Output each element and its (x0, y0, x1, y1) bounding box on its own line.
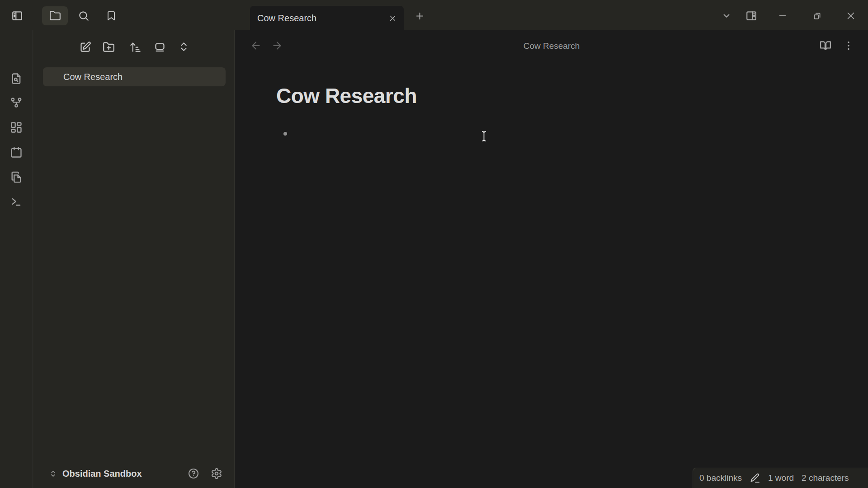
tab-close-button[interactable] (386, 11, 399, 25)
tab-list-dropdown-button[interactable] (717, 6, 736, 25)
editor-pane: Cow Research Cow Research (235, 30, 868, 488)
view-header-title: Cow Research (235, 41, 868, 51)
folder-icon (49, 10, 61, 22)
file-item-label: Cow Research (63, 72, 123, 82)
character-count: 2 characters (802, 473, 849, 483)
bookmark-icon (106, 10, 117, 21)
new-folder-button[interactable] (103, 41, 115, 54)
restore-icon (812, 11, 822, 21)
sort-order-button[interactable] (129, 41, 142, 54)
tab-cow-research[interactable]: Cow Research (250, 6, 404, 30)
file-item-cow-research[interactable]: Cow Research (43, 67, 226, 86)
daily-note-button[interactable] (10, 146, 23, 159)
help-circle-icon (188, 468, 199, 479)
graph-view-button[interactable] (10, 96, 23, 109)
command-palette-icon (10, 196, 23, 208)
card-view-icon (154, 41, 166, 53)
word-count: 1 word (768, 473, 794, 483)
file-explorer-panel: Cow Research Obsidian Sandbox (33, 30, 235, 488)
ribbon (0, 30, 33, 488)
new-note-icon (79, 41, 92, 53)
pencil-icon[interactable] (750, 473, 760, 483)
note-editor-surface[interactable] (235, 54, 868, 488)
more-vertical-icon (843, 40, 854, 52)
book-open-icon (820, 40, 831, 52)
note-inline-title[interactable]: Cow Research (276, 84, 417, 108)
calendar-icon (10, 146, 23, 159)
new-folder-icon (103, 41, 115, 53)
toggle-left-sidebar-button[interactable] (7, 6, 27, 25)
templates-icon (10, 171, 23, 183)
file-search-icon (10, 72, 23, 85)
settings-button[interactable] (211, 468, 222, 479)
vault-row: Obsidian Sandbox (33, 463, 235, 484)
close-icon (846, 11, 856, 21)
gear-icon (211, 468, 222, 479)
command-palette-button[interactable] (10, 196, 23, 208)
collapse-all-button[interactable] (178, 41, 191, 54)
tab-title: Cow Research (257, 13, 386, 23)
new-note-button[interactable] (79, 41, 92, 54)
titlebar: Cow Research (0, 0, 868, 30)
panel-left-icon (11, 10, 23, 22)
reading-view-button[interactable] (820, 40, 831, 52)
list-bullet-dot (283, 132, 287, 136)
help-button[interactable] (188, 468, 199, 479)
chevron-down-icon (722, 11, 731, 21)
collapse-all-icon (178, 41, 191, 52)
chevrons-up-down-icon (49, 470, 57, 478)
vault-name[interactable]: Obsidian Sandbox (62, 469, 142, 479)
card-view-button[interactable] (154, 41, 166, 54)
minimize-button[interactable] (773, 6, 793, 25)
more-options-button[interactable] (843, 40, 854, 52)
toggle-right-sidebar-button[interactable] (741, 6, 761, 25)
text-ibeam-cursor (481, 131, 487, 142)
minimize-icon (778, 11, 788, 21)
restore-button[interactable] (807, 6, 827, 25)
quick-switcher-button[interactable] (10, 72, 23, 85)
new-tab-button[interactable] (410, 6, 429, 25)
bookmarks-tab-button[interactable] (101, 6, 121, 25)
backlinks-count[interactable]: 0 backlinks (699, 473, 742, 483)
obsidian-window: Cow Research (0, 0, 868, 488)
search-tab-button[interactable] (74, 6, 94, 25)
graph-icon (10, 96, 23, 109)
x-icon (389, 14, 396, 22)
sort-icon (129, 41, 142, 53)
panel-right-icon (745, 10, 757, 22)
view-header: Cow Research (235, 30, 868, 54)
files-tab-button[interactable] (42, 6, 68, 25)
insert-template-button[interactable] (10, 171, 23, 183)
canvas-icon (10, 121, 23, 134)
plus-icon (415, 11, 425, 21)
search-icon (78, 10, 90, 22)
vault-switcher-button[interactable] (49, 470, 57, 478)
status-bar: 0 backlinks 1 word 2 characters (693, 468, 868, 488)
close-window-button[interactable] (841, 6, 861, 25)
new-canvas-button[interactable] (10, 121, 23, 134)
